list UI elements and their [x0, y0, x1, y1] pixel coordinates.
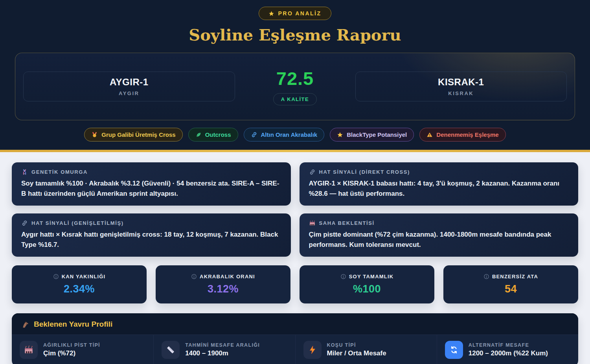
leaf-icon — [195, 132, 202, 138]
stat-pedigree-completeness: SOY TAMAMLIK %100 — [300, 265, 434, 303]
ruler-icon — [162, 341, 180, 359]
cell-texts: KOŞU TİPİ Miler / Orta Mesafe — [327, 342, 386, 357]
stat-inbreeding-ratio: AKRABALIK ORANI 3.12% — [156, 265, 290, 303]
match-score: 72.5 — [276, 68, 314, 89]
cell-texts: TAHMİNİ MESAFE ARALIĞI 1400 – 1900m — [185, 342, 260, 357]
stat-value: 2.34% — [64, 283, 95, 295]
stat-blood-proximity: KAN YAKINLIĞI 2.34% — [12, 265, 147, 303]
stat-label: AKRABALIK ORANI — [200, 274, 255, 279]
chip-golden-ratio: Altın Oran Akrabalık — [244, 128, 325, 142]
mare-role: KISRAK — [448, 90, 474, 96]
cell-label: KOŞU TİPİ — [327, 342, 386, 348]
cell-texts: ALTERNATİF MESAFE 1200 – 2000m (%22 Kum) — [469, 342, 548, 357]
info-cards-grid: GENETİK OMURGA Soy tamamlık %100 · Akrab… — [12, 162, 578, 257]
card-title: SAHA BEKLENTİSİ — [319, 220, 375, 226]
expected-foal-profile-panel: Beklenen Yavru Profili AĞIRLIKLI PİST Tİ… — [12, 313, 578, 364]
card-track-expectation: SAHA BEKLENTİSİ Çim pistte dominant (%72… — [300, 213, 579, 257]
stat-header: KAN YAKINLIĞI — [53, 274, 106, 279]
stat-header: BENZERSİZ ATA — [483, 274, 538, 279]
info-icon — [340, 274, 346, 279]
grade-badge: A KALİTE — [273, 93, 317, 105]
chip-blacktype-potential: BlackType Potansiyel — [330, 128, 414, 142]
chip-outcross: Outcross — [188, 128, 238, 142]
tag-chips-row: Grup Galibi Üretmiş Cross Outcross Altın… — [0, 128, 590, 142]
card-title: HAT SİNYALİ (DİREKT CROSS) — [319, 169, 410, 175]
stallion-box: AYGIR-1 AYGIR — [23, 72, 235, 101]
profile-cell-track-type: AĞIRLIKLI PİST TİPİ Çim (%72) — [12, 335, 153, 364]
stat-value: %100 — [353, 283, 381, 295]
report-body-section: GENETİK OMURGA Soy tamamlık %100 · Akrab… — [0, 152, 590, 364]
cell-label: ALTERNATİF MESAFE — [469, 342, 548, 348]
cell-value: 1400 – 1900m — [185, 349, 260, 357]
chip-label: Altın Oran Akrabalık — [261, 131, 318, 138]
chip-group-winner-cross: Grup Galibi Üretmiş Cross — [84, 128, 182, 142]
chip-untested-match: Denenmemiş Eşleşme — [419, 128, 505, 142]
stat-label: BENZERSİZ ATA — [492, 274, 538, 279]
chip-label: Outcross — [205, 131, 231, 138]
stat-unique-ancestors: BENZERSİZ ATA 54 — [443, 265, 578, 303]
horse-icon — [21, 320, 29, 329]
stat-label: KAN YAKINLIĞI — [62, 274, 106, 279]
stat-header: SOY TAMAMLIK — [340, 274, 394, 279]
warning-icon — [426, 132, 433, 138]
profile-grid: AĞIRLIKLI PİST TİPİ Çim (%72) TAHMİNİ ME… — [12, 335, 578, 364]
mare-name: KISRAK-1 — [438, 77, 484, 88]
info-icon — [191, 274, 197, 279]
card-line-signal-direct: HAT SİNYALİ (DİREKT CROSS) AYGIR-1 × KIS… — [300, 162, 579, 206]
chip-label: BlackType Potansiyel — [347, 131, 407, 138]
stadium-icon — [309, 220, 316, 226]
stallion-role: AYGIR — [119, 90, 139, 96]
profile-cell-race-type: KOŞU TİPİ Miler / Orta Mesafe — [295, 335, 437, 364]
info-icon — [483, 274, 489, 279]
stadium-icon — [20, 341, 38, 359]
card-title: GENETİK OMURGA — [31, 169, 88, 175]
card-body: AYGIR-1 × KISRAK-1 babası hattı: 4 tay, … — [309, 178, 569, 199]
card-genetic-backbone: GENETİK OMURGA Soy tamamlık %100 · Akrab… — [12, 162, 291, 206]
card-body: Çim pistte dominant (%72 çim kazanma). 1… — [309, 230, 569, 250]
profile-header: Beklenen Yavru Profili — [12, 313, 578, 335]
link-icon — [21, 220, 28, 226]
star-icon — [268, 11, 274, 17]
info-icon — [53, 274, 59, 279]
card-title: HAT SİNYALİ (GENİŞLETİLMİŞ) — [31, 220, 124, 226]
chip-label: Denenmemiş Eşleşme — [436, 131, 498, 138]
lightning-icon — [303, 341, 322, 359]
cell-texts: AĞIRLIKLI PİST TİPİ Çim (%72) — [43, 342, 100, 357]
stat-header: AKRABALIK ORANI — [191, 274, 255, 279]
cell-label: TAHMİNİ MESAFE ARALIĞI — [185, 342, 260, 348]
card-line-signal-extended: HAT SİNYALİ (GENİŞLETİLMİŞ) Aygır hattı … — [12, 213, 291, 257]
pro-analysis-badge: PRO ANALİZ — [259, 7, 331, 20]
cell-value: 1200 – 2000m (%22 Kum) — [469, 349, 548, 357]
cell-value: Miler / Orta Mesafe — [327, 349, 386, 357]
profile-cell-distance-range: TAHMİNİ MESAFE ARALIĞI 1400 – 1900m — [153, 335, 295, 364]
star-icon — [337, 132, 343, 138]
chip-label: Grup Galibi Üretmiş Cross — [101, 131, 175, 138]
card-body: Aygır hattı × Kısrak hattı genişletilmiş… — [21, 230, 281, 250]
page-title: Soyline Eşleşme Raporu — [0, 26, 590, 44]
link-icon — [251, 131, 257, 138]
medal-icon — [91, 131, 98, 138]
match-score-column: 72.5 A KALİTE — [246, 68, 344, 105]
report-header-section: PRO ANALİZ Soyline Eşleşme Raporu AYGIR-… — [0, 0, 590, 150]
stat-label: SOY TAMAMLIK — [349, 274, 394, 279]
profile-title: Beklenen Yavru Profili — [34, 320, 112, 329]
dna-icon — [21, 169, 28, 175]
card-header: GENETİK OMURGA — [21, 169, 281, 175]
card-header: HAT SİNYALİ (GENİŞLETİLMİŞ) — [21, 220, 281, 226]
stallion-name: AYGIR-1 — [110, 77, 149, 88]
refresh-icon — [445, 341, 463, 359]
card-header: HAT SİNYALİ (DİREKT CROSS) — [309, 169, 569, 175]
match-score-card: AYGIR-1 AYGIR 72.5 A KALİTE KISRAK-1 KIS… — [15, 53, 575, 120]
pro-analysis-label: PRO ANALİZ — [278, 10, 321, 17]
mare-box: KISRAK-1 KISRAK — [355, 72, 567, 101]
stat-value: 3.12% — [208, 283, 239, 295]
cell-value: Çim (%72) — [43, 349, 100, 357]
link-icon — [309, 169, 316, 175]
stat-cards-row: KAN YAKINLIĞI 2.34% AKRABALIK ORANI 3.12… — [12, 265, 578, 303]
cell-label: AĞIRLIKLI PİST TİPİ — [43, 342, 100, 348]
profile-cell-alternate-distance: ALTERNATİF MESAFE 1200 – 2000m (%22 Kum) — [437, 335, 578, 364]
card-header: SAHA BEKLENTİSİ — [309, 220, 569, 226]
card-body: Soy tamamlık %100 · Akrabalık %3.12 (Güv… — [21, 178, 281, 199]
stat-value: 54 — [505, 283, 517, 295]
